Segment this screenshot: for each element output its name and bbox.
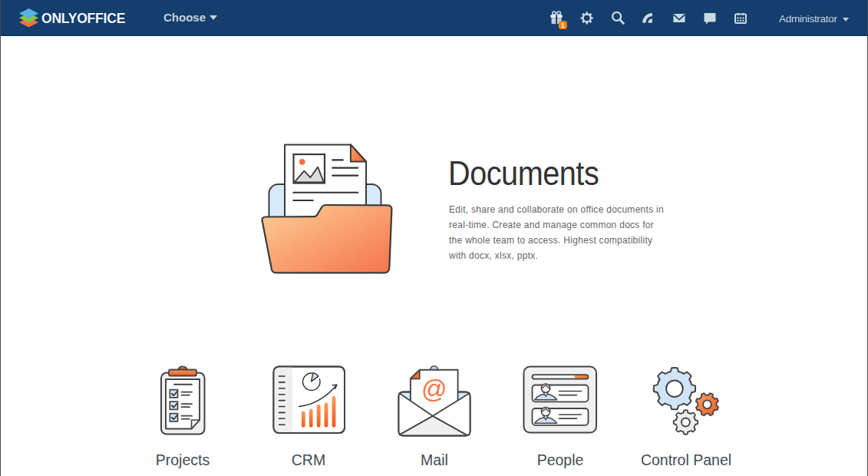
svg-text:1: 1 xyxy=(561,21,565,29)
svg-text:@: @ xyxy=(421,375,447,403)
